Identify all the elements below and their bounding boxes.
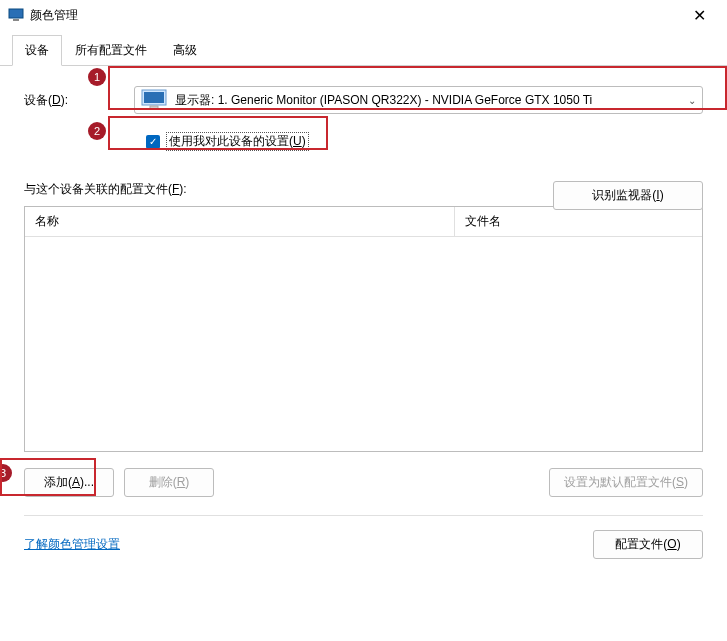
device-dropdown[interactable]: 显示器: 1. Generic Monitor (IPASON QR322X) … bbox=[134, 86, 703, 114]
titlebar: 颜色管理 ✕ bbox=[0, 0, 727, 30]
list-header: 名称 文件名 bbox=[25, 207, 702, 237]
monitor-icon bbox=[141, 89, 167, 111]
use-settings-label: 使用我对此设备的设置(U) bbox=[166, 132, 309, 151]
tab-devices[interactable]: 设备 bbox=[12, 35, 62, 66]
tab-advanced[interactable]: 高级 bbox=[160, 35, 210, 66]
svg-rect-3 bbox=[144, 92, 164, 103]
device-selected-text: 显示器: 1. Generic Monitor (IPASON QR322X) … bbox=[175, 92, 682, 109]
annotation-badge-2: 2 bbox=[88, 122, 106, 140]
svg-rect-1 bbox=[13, 19, 19, 21]
annotation-badge-1: 1 bbox=[88, 68, 106, 86]
device-label: 设备(D): bbox=[24, 92, 94, 109]
profiles-button[interactable]: 配置文件(O) bbox=[593, 530, 703, 559]
learn-more-link[interactable]: 了解颜色管理设置 bbox=[24, 536, 120, 553]
main-content: 1 2 3 设备(D): 显示器: 1. Generic Monitor (IP… bbox=[0, 66, 727, 571]
svg-rect-0 bbox=[9, 9, 23, 18]
remove-button[interactable]: 删除(R) bbox=[124, 468, 214, 497]
profiles-listbox[interactable]: 名称 文件名 bbox=[24, 206, 703, 452]
set-default-profile-button[interactable]: 设置为默认配置文件(S) bbox=[549, 468, 703, 497]
chevron-down-icon: ⌄ bbox=[688, 95, 696, 106]
add-button[interactable]: 添加(A)... bbox=[24, 468, 114, 497]
annotation-badge-3: 3 bbox=[0, 464, 12, 482]
app-icon bbox=[8, 7, 24, 23]
identify-monitor-button[interactable]: 识别监视器(I) bbox=[553, 181, 703, 210]
tabbar: 设备 所有配置文件 高级 bbox=[0, 30, 727, 66]
svg-rect-4 bbox=[150, 106, 158, 109]
tab-all-profiles[interactable]: 所有配置文件 bbox=[62, 35, 160, 66]
use-settings-checkbox[interactable]: ✓ bbox=[146, 135, 160, 149]
window-title: 颜色管理 bbox=[30, 7, 679, 24]
column-name[interactable]: 名称 bbox=[25, 207, 455, 236]
column-file[interactable]: 文件名 bbox=[455, 207, 702, 236]
close-button[interactable]: ✕ bbox=[679, 6, 719, 25]
